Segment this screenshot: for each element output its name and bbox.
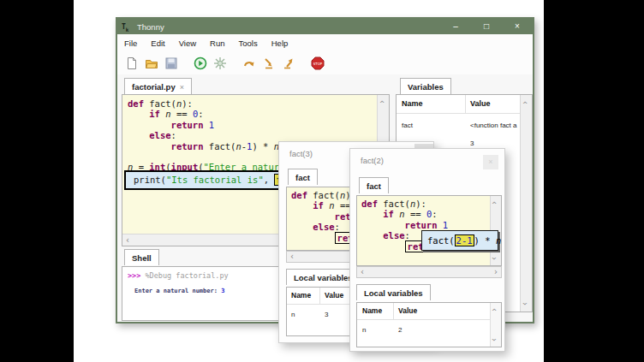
variables-vertical-scrollbar[interactable]: ‹ ‹ — [520, 95, 532, 312]
run-icon[interactable] — [194, 56, 207, 70]
tab-shell[interactable]: Shell — [124, 249, 159, 265]
shell-command-line: >>> %Debug factorial.py — [128, 271, 229, 280]
thonny-logo-icon: Tk — [122, 22, 133, 32]
open-folder-icon[interactable] — [145, 56, 158, 70]
variables-header: Name Value — [397, 95, 521, 114]
fact2-code-pane[interactable]: def fact(n): if n == 0: return 1 else: r… — [356, 195, 502, 266]
menu-edit[interactable]: Edit — [151, 39, 164, 48]
column-value: Value — [470, 99, 491, 108]
minimize-button[interactable]: – — [440, 19, 471, 34]
debug-icon[interactable] — [213, 56, 227, 70]
shell-prompt: >>> — [128, 271, 140, 280]
shell-io-line: Enter a natural number: 3 — [134, 288, 224, 294]
stop-icon[interactable]: STOP — [311, 56, 325, 70]
shell-user-input: 3 — [221, 288, 224, 294]
close-button[interactable]: × — [502, 19, 533, 34]
tab-label: Local variables — [364, 288, 423, 298]
save-icon[interactable] — [164, 56, 178, 70]
column-name: Name — [291, 291, 311, 300]
tab-label: Local variables — [294, 273, 353, 282]
fact2-tab-local-variables[interactable]: Local variables — [356, 284, 431, 300]
column-divider — [393, 303, 394, 319]
window-title: Thonny — [137, 22, 164, 32]
tab-variables[interactable]: Variables — [400, 78, 451, 94]
fact2-locals-header: Name Value — [357, 303, 491, 320]
fact2-eval-tooltip: fact(2-1) * n — [421, 230, 498, 251]
fact2-locals-pane[interactable]: Name Value n2 ‹ ‹ — [356, 302, 502, 347]
tab-label: Variables — [408, 82, 444, 92]
titlebar[interactable]: Tk Thonny – □ × — [117, 19, 533, 34]
step-out-icon[interactable] — [282, 56, 295, 70]
menu-run[interactable]: Run — [210, 39, 224, 48]
fact2-locals-vertical-scrollbar[interactable]: ‹ ‹ — [490, 303, 501, 347]
tab-label: fact — [367, 181, 381, 191]
column-divider — [319, 288, 320, 304]
step-over-icon[interactable] — [242, 56, 256, 70]
tab-close-icon[interactable]: × — [180, 83, 184, 92]
menu-help[interactable]: Help — [271, 39, 289, 48]
fact2-frame-window[interactable]: fact(2) × fact def fact(n): if n == 0: r… — [349, 148, 505, 352]
menubar: File Edit View Run Tools Help — [117, 34, 533, 51]
maximize-button[interactable]: □ — [471, 19, 502, 34]
tab-factorial-py[interactable]: factorial.py× — [124, 78, 192, 94]
column-divider — [465, 95, 466, 113]
step-into-icon[interactable] — [262, 56, 276, 70]
fact2-close-button[interactable]: × — [483, 155, 498, 169]
menu-file[interactable]: File — [124, 39, 137, 48]
column-value: Value — [325, 291, 343, 300]
shell-echo: Enter a natural number: — [134, 288, 221, 294]
fact2-horizontal-scrollbar[interactable]: ‹ › — [356, 266, 502, 278]
tab-label: factorial.py — [132, 82, 176, 92]
menu-view[interactable]: View — [179, 39, 196, 48]
menu-tools[interactable]: Tools — [239, 39, 258, 48]
fact3-tab-fact[interactable]: fact — [288, 169, 318, 185]
shell-command: %Debug factorial.py — [140, 271, 228, 280]
toolbar: STOP — [117, 51, 533, 74]
column-value: Value — [398, 306, 417, 315]
new-file-icon[interactable] — [125, 56, 139, 70]
fact2-tab-fact[interactable]: fact — [359, 177, 389, 193]
tab-label: Shell — [132, 253, 152, 263]
tab-label: fact — [295, 173, 310, 182]
fact3-title: fact(3) — [289, 149, 313, 158]
fact2-title: fact(2) — [361, 156, 384, 165]
column-name: Name — [362, 306, 382, 315]
svg-text:STOP: STOP — [313, 62, 323, 66]
column-name: Name — [402, 99, 423, 108]
